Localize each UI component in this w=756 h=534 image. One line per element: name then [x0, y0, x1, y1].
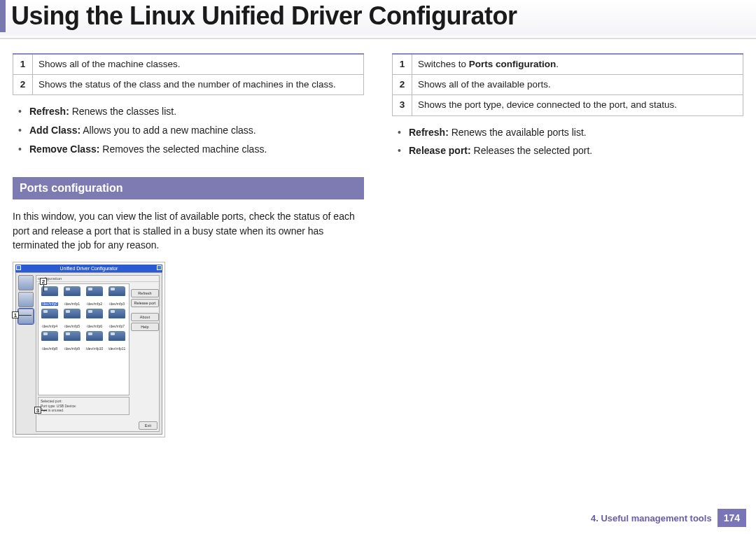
list-item: Release port: Releases the selected port… [396, 144, 743, 158]
port-icon [108, 286, 125, 296]
action-desc: Renews the classes list. [69, 106, 176, 117]
port-item: /dev/mfp3 [107, 286, 127, 307]
port-label: /dev/mfp11 [108, 347, 127, 351]
callout-3: 3 [34, 407, 41, 414]
selected-line2: Port is unused. [41, 408, 127, 413]
panel-label: configuration [36, 276, 159, 282]
port-item: /dev/mfp8 [40, 331, 59, 352]
port-item: /dev/mfp10 [85, 331, 104, 352]
left-column: 1 Shows all of the machine classes. 2 Sh… [13, 53, 364, 437]
section-heading-ports: Ports configuration [13, 177, 364, 199]
port-label: /dev/mfp10 [85, 347, 104, 351]
callout-2: 2 [40, 278, 47, 285]
port-label: /dev/mfp1 [64, 302, 80, 306]
port-icon [86, 286, 103, 296]
chapter-label: 4. Useful management tools [591, 513, 712, 524]
sidebar [18, 275, 34, 432]
row-num: 2 [393, 75, 412, 95]
action-name: Refresh: [409, 127, 449, 138]
action-desc: Renews the available ports list. [449, 127, 587, 138]
port-item: /dev/mfp4 [40, 309, 59, 330]
port-label: /dev/mfp5 [64, 325, 80, 328]
list-item: Refresh: Renews the classes list. [17, 105, 364, 119]
port-item: /dev/mfp6 [85, 309, 104, 330]
port-icon [108, 309, 125, 318]
port-label: /dev/mfp9 [64, 347, 80, 351]
callout-line [41, 410, 47, 411]
refresh-button: Refresh [131, 289, 159, 297]
table-row: 1 Switches to Ports configuration. [393, 54, 743, 75]
action-name: Release port: [409, 145, 471, 156]
title-accent [0, 0, 6, 32]
port-item: /dev/mfp2 [85, 286, 104, 307]
row-num: 3 [393, 95, 412, 115]
panel-buttons: Refresh Release port About Help [131, 282, 159, 416]
table-row: 3 Shows the port type, device connected … [393, 95, 743, 115]
action-name: Remove Class: [29, 143, 99, 155]
port-icon [86, 309, 103, 318]
port-item: /dev/mfp9 [62, 331, 82, 352]
ports-table: 1 Switches to Ports configuration. 2 Sho… [392, 53, 743, 116]
row-desc: Shows the port type, device connected to… [412, 95, 743, 115]
port-label: /dev/mfp4 [41, 325, 58, 328]
classes-actions: Refresh: Renews the classes list. Add Cl… [13, 105, 364, 156]
port-icon [64, 331, 80, 341]
port-icon [108, 331, 125, 341]
port-label: /dev/mfp8 [41, 347, 58, 351]
page-number: 174 [718, 509, 746, 527]
port-icon [64, 286, 80, 296]
row-desc: Shows the status of the class and the nu… [33, 75, 364, 95]
port-item: /dev/mfp5 [62, 309, 82, 330]
row-desc: Shows all of the available ports. [412, 75, 743, 95]
window-close-icon [157, 265, 162, 270]
action-name: Add Class: [29, 125, 80, 136]
callout-1: 1 [12, 311, 19, 318]
printers-icon [18, 275, 34, 290]
row-num: 2 [13, 75, 33, 95]
callout-line [43, 285, 44, 292]
main-panel: configuration /dev/mfp0 /dev/mfp1 /dev/m… [36, 275, 160, 432]
list-item: Add Class: Allows you to add a new machi… [17, 124, 364, 138]
row-desc: Shows all of the machine classes. [33, 54, 364, 75]
table-row: 2 Shows all of the available ports. [393, 75, 743, 95]
ports-icon [18, 309, 34, 324]
action-name: Refresh: [29, 106, 69, 117]
ports-actions: Refresh: Renews the available ports list… [392, 126, 743, 158]
help-button: Help [131, 323, 159, 331]
port-item: /dev/mfp11 [107, 331, 127, 352]
ports-screenshot: 1 2 3 Unified Driver Configurator [13, 262, 165, 437]
port-icon [64, 309, 80, 318]
window-menu-icon [16, 265, 21, 270]
list-item: Remove Class: Removes the selected machi… [17, 143, 364, 157]
classes-table: 1 Shows all of the machine classes. 2 Sh… [13, 53, 364, 95]
action-desc: Allows you to add a new machine class. [80, 125, 256, 136]
port-item: /dev/mfp7 [107, 309, 127, 330]
list-item: Refresh: Renews the available ports list… [396, 126, 743, 140]
table-row: 1 Shows all of the machine classes. [13, 54, 364, 75]
selected-port-info: Selected port: Port type: USB Device: Po… [38, 397, 130, 415]
about-button: About [131, 313, 159, 321]
port-icon [41, 309, 58, 318]
action-desc: Releases the selected port. [471, 145, 593, 156]
section-description: In this window, you can view the list of… [13, 209, 364, 252]
port-icon [41, 331, 58, 341]
page-title: Using the Linux Unified Driver Configura… [11, 0, 517, 32]
action-desc: Removes the selected machine class. [99, 143, 267, 155]
port-label: /dev/mfp6 [86, 325, 103, 328]
port-label: /dev/mfp0 [41, 302, 58, 306]
classes-icon [18, 292, 34, 307]
exit-button: Exit [139, 421, 158, 430]
window-titlebar: Unified Driver Configurator [15, 265, 162, 272]
callout-line [19, 315, 31, 316]
port-label: /dev/mfp2 [86, 302, 103, 306]
row-num: 1 [13, 54, 33, 75]
table-row: 2 Shows the status of the class and the … [13, 75, 364, 95]
ports-grid: /dev/mfp0 /dev/mfp1 /dev/mfp2 /dev/mfp3 … [38, 283, 130, 395]
port-item: /dev/mfp1 [62, 286, 82, 307]
page-footer: 4. Useful management tools 174 [591, 509, 746, 527]
right-column: 1 Switches to Ports configuration. 2 Sho… [392, 53, 743, 437]
window-title: Unified Driver Configurator [60, 266, 118, 271]
port-label: /dev/mfp3 [108, 302, 125, 306]
port-label: /dev/mfp7 [108, 325, 125, 328]
row-desc: Switches to Ports configuration. [412, 54, 743, 75]
